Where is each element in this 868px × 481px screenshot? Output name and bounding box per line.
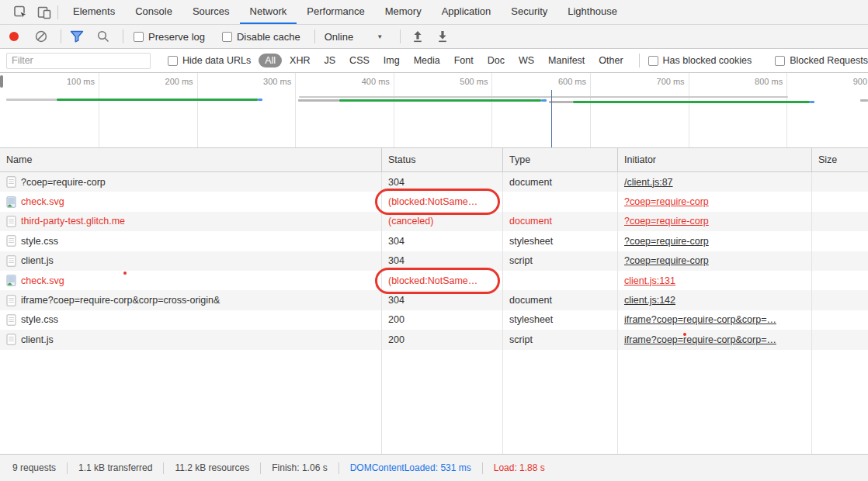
inspect-icon[interactable] [9, 0, 33, 24]
hide-data-urls-checkbox[interactable]: Hide data URLs [168, 55, 251, 66]
table-row[interactable]: third-party-test.glitch.me (canceled) do… [0, 212, 868, 231]
clear-icon[interactable] [34, 29, 48, 43]
summary-item: Load: 1.88 s [492, 462, 547, 473]
waterfall-bar-segment [810, 101, 814, 103]
request-type: document [509, 216, 552, 227]
preserve-log-checkbox[interactable]: Preserve log [134, 31, 205, 43]
request-initiator-link[interactable]: ?coep=require-corp [624, 216, 709, 227]
table-row[interactable]: ?coep=require-corp 304 document /client.… [0, 172, 868, 192]
filter-pill-img[interactable]: Img [377, 54, 406, 67]
request-initiator-link[interactable]: ?coep=require-corp [624, 196, 709, 207]
export-har-icon[interactable] [436, 30, 449, 43]
tabbar-separator [57, 5, 58, 19]
throttling-dropdown[interactable]: Online ▼ [325, 31, 384, 43]
disable-cache-label: Disable cache [237, 31, 300, 43]
hide-data-urls-label: Hide data URLs [182, 55, 251, 66]
filter-pill-all[interactable]: All [259, 54, 282, 67]
disable-cache-checkbox[interactable]: Disable cache [222, 31, 300, 43]
request-name-cell: client.js [0, 251, 381, 271]
table-row[interactable]: style.css 200 stylesheet iframe?coep=req… [0, 310, 868, 330]
filterbar-separator [639, 54, 640, 67]
checkbox-box [222, 32, 232, 42]
filter-pill-ws[interactable]: WS [512, 54, 540, 67]
filter-input[interactable] [6, 53, 151, 69]
filter-icon[interactable] [70, 30, 84, 43]
request-name: style.css [21, 314, 58, 325]
timeline-overview[interactable]: 100 ms200 ms300 ms400 ms500 ms600 ms700 … [0, 73, 868, 148]
request-size-cell [811, 251, 868, 271]
table-row[interactable]: client.js 304 script ?coep=require-corp [0, 251, 868, 271]
timeline-tick-label: 700 ms [630, 77, 685, 86]
column-header-size[interactable]: Size [811, 148, 868, 171]
filter-pill-font[interactable]: Font [448, 54, 480, 67]
toolbar-separator [400, 29, 401, 43]
request-initiator-link[interactable]: iframe?coep=require-corp&corp=… [624, 314, 776, 325]
document-file-icon [6, 176, 16, 188]
request-status: 304 [388, 177, 404, 188]
toolbar-separator [123, 29, 123, 43]
column-header-name[interactable]: Name [0, 148, 381, 171]
request-name-cell: iframe?coep=require-corp&corp=cross-orig… [0, 290, 381, 310]
table-row[interactable]: client.js 200 script iframe?coep=require… [0, 330, 868, 349]
column-header-initiator[interactable]: Initiator [617, 148, 811, 171]
image-file-icon [6, 196, 16, 208]
filter-pill-css[interactable]: CSS [343, 54, 376, 67]
filter-pill-doc[interactable]: Doc [481, 54, 511, 67]
request-size-cell [811, 192, 868, 211]
waterfall-bar-segment [258, 99, 262, 101]
table-row[interactable]: check.svg (blocked:NotSame… ?coep=requir… [0, 192, 868, 211]
column-header-status[interactable]: Status [381, 148, 502, 171]
request-initiator-cell: ?coep=require-corp [617, 192, 811, 211]
tab-lighthouse[interactable]: Lighthouse [557, 0, 627, 24]
filter-pill-media[interactable]: Media [408, 54, 446, 67]
tab-elements[interactable]: Elements [63, 0, 125, 24]
filter-pill-manifest[interactable]: Manifest [542, 54, 591, 67]
request-name-cell: check.svg [0, 271, 381, 290]
import-har-icon[interactable] [411, 30, 424, 43]
device-toolbar-icon[interactable] [33, 0, 56, 24]
request-initiator-cell: /client.js:87 [617, 172, 811, 192]
summary-separator [163, 462, 164, 474]
timeline-tick-label: 200 ms [139, 77, 193, 86]
search-icon[interactable] [96, 29, 110, 43]
tab-sources[interactable]: Sources [182, 0, 240, 24]
request-initiator-link[interactable]: ?coep=require-corp [624, 255, 709, 266]
timeline-tick-label: 400 ms [335, 77, 390, 86]
tab-memory[interactable]: Memory [375, 0, 432, 24]
request-status-cell: 200 [381, 310, 502, 330]
column-header-type[interactable]: Type [502, 148, 617, 171]
request-initiator-link[interactable]: iframe?coep=require-corp&corp=… [624, 334, 776, 345]
toolbar-separator [314, 29, 315, 43]
throttling-value: Online [325, 31, 354, 43]
tab-application[interactable]: Application [432, 0, 502, 24]
timeline-tick-label: 900 ms [827, 77, 868, 86]
summary-separator [67, 462, 68, 474]
has-blocked-cookies-checkbox[interactable]: Has blocked cookies [648, 55, 752, 66]
request-initiator-link[interactable]: /client.js:87 [624, 177, 673, 188]
filter-pill-js[interactable]: JS [318, 54, 342, 67]
timeline-tick-label: 600 ms [532, 77, 586, 86]
blocked-requests-checkbox[interactable]: Blocked Requests [775, 55, 868, 66]
tab-console[interactable]: Console [125, 0, 182, 24]
tab-network[interactable]: Network [240, 0, 297, 24]
overview-scroll-handle[interactable] [0, 75, 3, 88]
request-initiator-link[interactable]: client.js:142 [624, 295, 675, 306]
request-initiator-link[interactable]: ?coep=require-corp [624, 236, 709, 247]
request-type-cell [502, 192, 617, 211]
request-status: 200 [388, 334, 404, 345]
table-row[interactable]: iframe?coep=require-corp&corp=cross-orig… [0, 290, 868, 310]
filter-pill-other[interactable]: Other [592, 54, 629, 67]
table-row[interactable]: style.css 304 stylesheet ?coep=require-c… [0, 231, 868, 251]
filter-pill-xhr[interactable]: XHR [283, 54, 316, 67]
request-initiator-link[interactable]: client.js:131 [624, 275, 675, 286]
record-icon[interactable] [9, 32, 19, 41]
timeline-tick-label: 800 ms [728, 77, 783, 86]
request-status-cell: (blocked:NotSame… [381, 271, 502, 290]
waterfall-bar-segment [860, 99, 868, 102]
network-toolbar: Preserve log Disable cache Online ▼ [0, 25, 868, 49]
tab-performance[interactable]: Performance [297, 0, 374, 24]
tab-security[interactable]: Security [501, 0, 557, 24]
request-status-cell: (canceled) [381, 212, 502, 231]
table-row[interactable]: check.svg (blocked:NotSame… client.js:13… [0, 271, 868, 290]
request-type-cell: stylesheet [502, 231, 617, 251]
